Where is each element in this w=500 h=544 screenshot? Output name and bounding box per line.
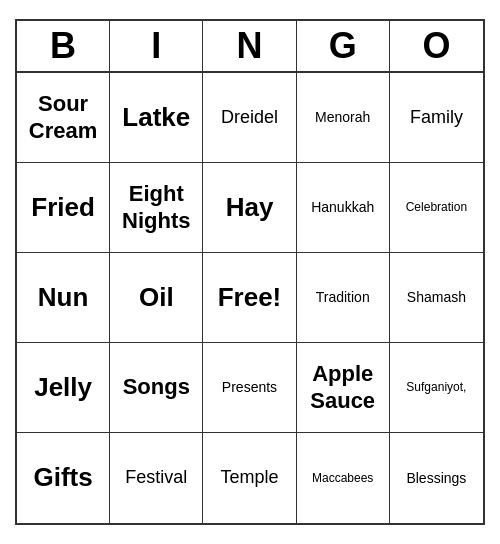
cell-text: Fried (31, 192, 95, 223)
bingo-cell-r0-c3: Menorah (297, 73, 390, 163)
cell-text: Latke (122, 102, 190, 133)
cell-text: Family (410, 107, 463, 129)
cell-text: Sufganiyot, (406, 380, 466, 394)
bingo-header: BINGO (17, 21, 483, 73)
bingo-cell-r4-c3: Maccabees (297, 433, 390, 523)
bingo-cell-r4-c4: Blessings (390, 433, 483, 523)
bingo-cell-r1-c1: Eight Nights (110, 163, 203, 253)
bingo-cell-r0-c4: Family (390, 73, 483, 163)
bingo-cell-r4-c0: Gifts (17, 433, 110, 523)
cell-text: Sour Cream (21, 91, 105, 144)
cell-text: Festival (125, 467, 187, 489)
header-letter: B (17, 21, 110, 71)
cell-text: Dreidel (221, 107, 278, 129)
cell-text: Menorah (315, 109, 370, 126)
bingo-cell-r1-c4: Celebration (390, 163, 483, 253)
cell-text: Temple (220, 467, 278, 489)
bingo-cell-r3-c4: Sufganiyot, (390, 343, 483, 433)
bingo-cell-r3-c1: Songs (110, 343, 203, 433)
bingo-cell-r3-c2: Presents (203, 343, 296, 433)
bingo-cell-r2-c0: Nun (17, 253, 110, 343)
cell-text: Maccabees (312, 471, 373, 485)
cell-text: Tradition (316, 289, 370, 306)
bingo-cell-r3-c0: Jelly (17, 343, 110, 433)
header-letter: I (110, 21, 203, 71)
bingo-cell-r1-c2: Hay (203, 163, 296, 253)
cell-text: Hay (226, 192, 274, 223)
bingo-cell-r4-c2: Temple (203, 433, 296, 523)
cell-text: Shamash (407, 289, 466, 306)
bingo-card: BINGO Sour CreamLatkeDreidelMenorahFamil… (15, 19, 485, 525)
cell-text: Jelly (34, 372, 92, 403)
header-letter: O (390, 21, 483, 71)
header-letter: G (297, 21, 390, 71)
cell-text: Apple Sauce (301, 361, 385, 414)
cell-text: Blessings (406, 470, 466, 487)
bingo-cell-r4-c1: Festival (110, 433, 203, 523)
cell-text: Free! (218, 282, 282, 313)
bingo-cell-r2-c2: Free! (203, 253, 296, 343)
bingo-grid: Sour CreamLatkeDreidelMenorahFamilyFried… (17, 73, 483, 523)
cell-text: Celebration (406, 200, 467, 214)
bingo-cell-r1-c0: Fried (17, 163, 110, 253)
cell-text: Gifts (33, 462, 92, 493)
bingo-cell-r0-c0: Sour Cream (17, 73, 110, 163)
cell-text: Hanukkah (311, 199, 374, 216)
cell-text: Oil (139, 282, 174, 313)
cell-text: Presents (222, 379, 277, 396)
header-letter: N (203, 21, 296, 71)
bingo-cell-r3-c3: Apple Sauce (297, 343, 390, 433)
cell-text: Nun (38, 282, 89, 313)
cell-text: Eight Nights (114, 181, 198, 234)
bingo-cell-r2-c4: Shamash (390, 253, 483, 343)
bingo-cell-r2-c1: Oil (110, 253, 203, 343)
bingo-cell-r2-c3: Tradition (297, 253, 390, 343)
bingo-cell-r1-c3: Hanukkah (297, 163, 390, 253)
bingo-cell-r0-c1: Latke (110, 73, 203, 163)
bingo-cell-r0-c2: Dreidel (203, 73, 296, 163)
cell-text: Songs (123, 374, 190, 400)
